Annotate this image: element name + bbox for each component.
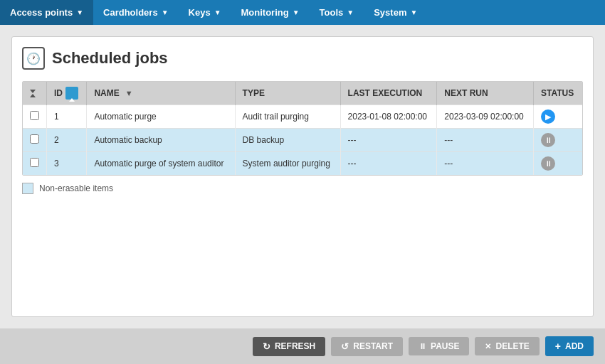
row2-checkbox[interactable]	[30, 134, 39, 144]
filter-name-icon[interactable]: ▼	[125, 89, 133, 97]
nav-tools[interactable]: Tools ▼	[310, 0, 364, 25]
nav-system-arrow: ▼	[410, 9, 417, 16]
th-status: STATUS	[534, 82, 582, 105]
th-type-label: TYPE	[243, 88, 265, 98]
row1-type: Audit trail purging	[235, 105, 340, 129]
restart-button[interactable]: RESTART	[331, 337, 403, 356]
nav-monitoring-label: Monitoring	[241, 7, 289, 18]
nav-monitoring-arrow: ▼	[293, 9, 300, 16]
nav-cardholders-label: Cardholders	[103, 7, 158, 18]
row1-status: ▶	[534, 105, 582, 129]
nav-keys-label: Keys	[189, 7, 211, 18]
table-header: ID NAME ▼	[23, 82, 582, 105]
jobs-table: ID NAME ▼	[23, 82, 582, 175]
th-type: TYPE	[235, 82, 340, 105]
table-body: 1 Automatic purge Audit trail purging 20…	[23, 105, 582, 176]
row2-status: ⏸	[534, 129, 582, 152]
row2-checkbox-cell	[23, 129, 47, 152]
row2-type: DB backup	[235, 129, 340, 152]
jobs-table-wrapper: ID NAME ▼	[22, 81, 583, 176]
th-name-label: NAME	[94, 88, 119, 98]
navbar: Access points ▼ Cardholders ▼ Keys ▼ Mon…	[0, 0, 605, 25]
row2-next-run: ---	[437, 129, 534, 152]
nav-keys-arrow: ▼	[214, 9, 221, 16]
legend: Non-erasable items	[22, 183, 583, 194]
row3-name: Automatic purge of system auditor	[87, 152, 235, 176]
th-select	[23, 82, 47, 105]
delete-label: DELETE	[495, 341, 529, 351]
refresh-icon	[263, 341, 270, 352]
pause-label: PAUSE	[431, 341, 459, 351]
nav-system[interactable]: System ▼	[364, 0, 427, 25]
refresh-button[interactable]: REFRESH	[253, 337, 325, 356]
th-id[interactable]: ID	[47, 82, 87, 105]
main-content: 🕐 Scheduled jobs	[0, 25, 605, 328]
row1-name: Automatic purge	[87, 105, 235, 129]
row3-type: System auditor purging	[235, 152, 340, 176]
delete-icon	[485, 341, 491, 351]
th-next-run-label: NEXT RUN	[444, 88, 488, 98]
th-next-run: NEXT RUN	[437, 82, 534, 105]
row3-checkbox[interactable]	[30, 158, 39, 167]
legend-color-box	[22, 183, 33, 194]
row1-id: 1	[47, 105, 87, 129]
nav-monitoring[interactable]: Monitoring ▼	[231, 0, 310, 25]
row2-id: 2	[47, 129, 87, 152]
row3-last-execution: ---	[340, 152, 437, 176]
th-id-label: ID	[54, 88, 63, 98]
row1-next-run: 2023-03-09 02:00:00	[437, 105, 534, 129]
nav-system-label: System	[374, 7, 406, 18]
table-row: 1 Automatic purge Audit trail purging 20…	[23, 105, 582, 129]
pause-icon	[419, 341, 426, 351]
nav-cardholders-arrow: ▼	[162, 9, 169, 16]
th-last-execution: LAST EXECUTION	[340, 82, 437, 105]
page-title: Scheduled jobs	[52, 49, 168, 68]
pause-button[interactable]: PAUSE	[409, 337, 469, 355]
sort-id-asc[interactable]	[65, 87, 78, 100]
nav-access-points[interactable]: Access points ▼	[0, 0, 93, 25]
row1-last-execution: 2023-01-08 02:00:00	[340, 105, 437, 129]
row1-status-icon[interactable]: ▶	[541, 109, 555, 124]
delete-button[interactable]: DELETE	[475, 337, 539, 355]
restart-icon	[341, 341, 349, 352]
add-button[interactable]: ADD	[545, 336, 594, 356]
legend-label: Non-erasable items	[39, 183, 113, 193]
th-last-execution-label: LAST EXECUTION	[348, 88, 423, 98]
row1-checkbox[interactable]	[30, 111, 39, 120]
row1-checkbox-cell	[23, 105, 47, 129]
row2-last-execution: ---	[340, 129, 437, 152]
th-status-label: STATUS	[541, 88, 574, 98]
th-name[interactable]: NAME ▼	[87, 82, 235, 105]
nav-tools-label: Tools	[320, 7, 344, 18]
add-label: ADD	[565, 341, 584, 351]
row3-status: ⏸	[534, 152, 582, 176]
nav-tools-arrow: ▼	[347, 9, 354, 16]
restart-label: RESTART	[353, 341, 393, 351]
row3-id: 3	[47, 152, 87, 176]
sort-select-icon[interactable]	[30, 90, 36, 97]
page-header: 🕐 Scheduled jobs	[22, 47, 583, 70]
row3-status-icon[interactable]: ⏸	[541, 156, 555, 171]
add-icon	[555, 341, 561, 352]
nav-keys[interactable]: Keys ▼	[179, 0, 231, 25]
row3-checkbox-cell	[23, 152, 47, 176]
nav-access-points-label: Access points	[10, 7, 73, 18]
scheduled-jobs-icon: 🕐	[22, 47, 45, 70]
bottom-toolbar: REFRESH RESTART PAUSE DELETE ADD	[0, 328, 605, 364]
table-row: 2 Automatic backup DB backup --- --- ⏸	[23, 129, 582, 152]
page-panel: 🕐 Scheduled jobs	[11, 36, 594, 317]
table-row: 3 Automatic purge of system auditor Syst…	[23, 152, 582, 176]
row2-status-icon[interactable]: ⏸	[541, 133, 555, 147]
nav-access-points-arrow: ▼	[76, 9, 83, 16]
row2-name: Automatic backup	[87, 129, 235, 152]
row3-next-run: ---	[437, 152, 534, 176]
nav-cardholders[interactable]: Cardholders ▼	[93, 0, 178, 25]
refresh-label: REFRESH	[275, 341, 315, 351]
